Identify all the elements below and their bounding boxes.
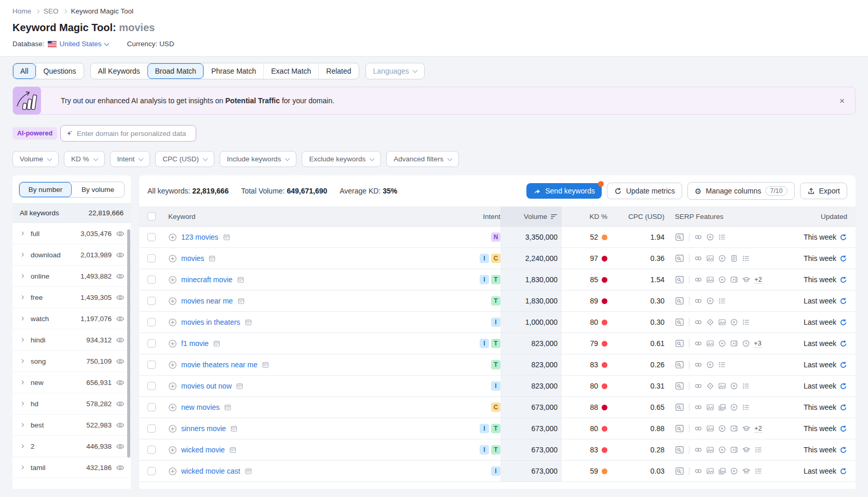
sidebar-scrollbar[interactable] bbox=[127, 229, 130, 458]
row-checkbox[interactable] bbox=[147, 275, 156, 284]
chevron-right-icon[interactable] bbox=[20, 273, 26, 279]
keyword-link[interactable]: new movies bbox=[181, 403, 220, 411]
card-icon[interactable] bbox=[236, 382, 243, 390]
card-icon[interactable] bbox=[237, 297, 245, 305]
filter-cpc[interactable]: CPC (USD) bbox=[155, 151, 214, 167]
serp-preview-icon[interactable] bbox=[675, 466, 684, 476]
chevron-right-icon[interactable] bbox=[20, 422, 26, 428]
circle-plus-icon[interactable] bbox=[168, 297, 177, 306]
tab-broad-match[interactable]: Broad Match bbox=[147, 63, 204, 79]
chevron-right-icon[interactable] bbox=[20, 252, 26, 258]
close-icon[interactable]: × bbox=[839, 96, 845, 105]
tab-all-keywords[interactable]: All Keywords bbox=[91, 63, 147, 79]
column-volume[interactable]: Volume bbox=[500, 206, 562, 226]
serp-more-features[interactable]: +2 bbox=[754, 424, 762, 433]
keyword-link[interactable]: minecraft movie bbox=[181, 275, 233, 284]
eye-icon[interactable] bbox=[116, 442, 125, 451]
refresh-icon[interactable] bbox=[839, 255, 847, 263]
circle-plus-icon[interactable] bbox=[168, 339, 177, 348]
filter-advanced[interactable]: Advanced filters bbox=[386, 151, 459, 167]
circle-plus-icon[interactable] bbox=[168, 275, 177, 284]
card-icon[interactable] bbox=[208, 255, 216, 263]
eye-icon[interactable] bbox=[116, 378, 125, 387]
row-checkbox[interactable] bbox=[147, 254, 156, 263]
chevron-right-icon[interactable] bbox=[20, 294, 26, 300]
card-icon[interactable] bbox=[245, 467, 252, 475]
sidebar-group-hd[interactable]: hd578,282 bbox=[12, 393, 131, 415]
keyword-link[interactable]: wicked movie cast bbox=[181, 467, 240, 475]
refresh-icon[interactable] bbox=[839, 446, 847, 454]
circle-plus-icon[interactable] bbox=[168, 446, 177, 454]
column-keyword[interactable]: Keyword bbox=[168, 206, 464, 226]
serp-more-features[interactable]: +2 bbox=[754, 275, 762, 284]
refresh-icon[interactable] bbox=[839, 276, 847, 284]
circle-plus-icon[interactable] bbox=[168, 403, 177, 412]
serp-preview-icon[interactable] bbox=[675, 232, 684, 242]
filter-exclude-keywords[interactable]: Exclude keywords bbox=[302, 151, 381, 167]
sidebar-group-free[interactable]: free1,439,305 bbox=[12, 287, 131, 308]
sidebar-group-2[interactable]: 2446,938 bbox=[12, 436, 131, 457]
refresh-icon[interactable] bbox=[839, 340, 847, 348]
card-icon[interactable] bbox=[223, 233, 230, 241]
chevron-right-icon[interactable] bbox=[20, 401, 26, 407]
eye-icon[interactable] bbox=[116, 272, 125, 281]
refresh-icon[interactable] bbox=[839, 467, 847, 475]
serp-preview-icon[interactable] bbox=[675, 339, 684, 348]
keyword-link[interactable]: movies bbox=[181, 254, 204, 263]
keyword-link[interactable]: f1 movie bbox=[181, 339, 209, 348]
card-icon[interactable] bbox=[213, 340, 221, 348]
sidebar-group-song[interactable]: song750,109 bbox=[12, 351, 131, 372]
card-icon[interactable] bbox=[230, 425, 238, 433]
circle-plus-icon[interactable] bbox=[168, 382, 177, 391]
eye-icon[interactable] bbox=[116, 357, 125, 366]
serp-preview-icon[interactable] bbox=[675, 445, 684, 454]
eye-icon[interactable] bbox=[116, 314, 125, 323]
keyword-link[interactable]: movies in theaters bbox=[181, 318, 240, 326]
sidebar-group-new[interactable]: new656,931 bbox=[12, 372, 131, 393]
row-checkbox[interactable] bbox=[147, 339, 156, 348]
column-intent[interactable]: Intent bbox=[464, 206, 500, 226]
languages-dropdown[interactable]: Languages bbox=[365, 63, 425, 79]
sidebar-group-hindi[interactable]: hindi934,312 bbox=[12, 329, 131, 351]
sidebar-group-best[interactable]: best522,983 bbox=[12, 415, 131, 436]
row-checkbox[interactable] bbox=[147, 382, 156, 390]
breadcrumb-seo[interactable]: SEO bbox=[44, 7, 59, 15]
filter-intent[interactable]: Intent bbox=[110, 151, 151, 167]
eye-icon[interactable] bbox=[116, 399, 125, 408]
row-checkbox[interactable] bbox=[147, 446, 156, 454]
filter-kd[interactable]: KD % bbox=[64, 151, 105, 167]
sidebar-group-tamil[interactable]: tamil432,186 bbox=[12, 457, 131, 478]
card-icon[interactable] bbox=[245, 319, 252, 326]
column-updated[interactable]: Updated bbox=[768, 206, 847, 226]
refresh-icon[interactable] bbox=[839, 297, 847, 305]
export-button[interactable]: Export bbox=[800, 183, 847, 199]
domain-input[interactable] bbox=[77, 130, 191, 137]
keyword-link[interactable]: wicked movie bbox=[181, 446, 225, 454]
refresh-icon[interactable] bbox=[839, 319, 847, 326]
sidebar-group-full[interactable]: full3,035,476 bbox=[12, 223, 131, 244]
refresh-icon[interactable] bbox=[839, 425, 847, 433]
row-checkbox[interactable] bbox=[147, 424, 156, 433]
circle-plus-icon[interactable] bbox=[168, 467, 177, 476]
filter-volume[interactable]: Volume bbox=[12, 151, 59, 167]
column-serp-features[interactable]: SERP Features bbox=[664, 206, 768, 226]
column-kd[interactable]: KD % bbox=[562, 206, 607, 226]
chevron-right-icon[interactable] bbox=[20, 337, 26, 343]
manage-columns-button[interactable]: ⚙ Manage columns 7/10 bbox=[687, 182, 794, 200]
tab-questions[interactable]: Questions bbox=[36, 63, 84, 79]
refresh-icon[interactable] bbox=[839, 404, 847, 411]
send-keywords-button[interactable]: Send keywords bbox=[526, 183, 602, 199]
card-icon[interactable] bbox=[224, 404, 232, 411]
chevron-right-icon[interactable] bbox=[20, 230, 26, 237]
circle-plus-icon[interactable] bbox=[168, 254, 177, 263]
keyword-link[interactable]: movie theaters near me bbox=[181, 361, 257, 369]
serp-more-features[interactable]: +3 bbox=[754, 339, 762, 348]
eye-icon[interactable] bbox=[116, 229, 125, 238]
serp-preview-icon[interactable] bbox=[675, 360, 684, 369]
database-selector[interactable]: Database: United States bbox=[12, 40, 108, 48]
select-all-checkbox[interactable] bbox=[147, 212, 156, 220]
circle-plus-icon[interactable] bbox=[168, 233, 177, 242]
row-checkbox[interactable] bbox=[147, 361, 156, 369]
sidebar-group-watch[interactable]: watch1,197,076 bbox=[12, 308, 131, 329]
refresh-icon[interactable] bbox=[839, 382, 847, 390]
